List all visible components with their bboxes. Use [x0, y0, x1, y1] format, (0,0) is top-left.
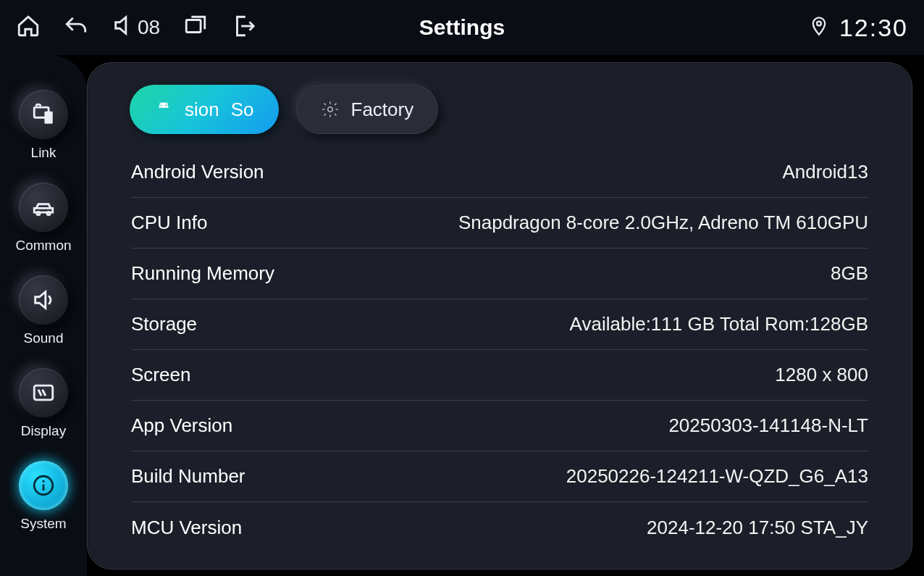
info-value: Available:111 GB Total Rom:128GB: [570, 313, 868, 335]
svg-point-11: [165, 105, 167, 107]
location-icon[interactable]: [809, 16, 829, 39]
svg-point-14: [327, 107, 332, 112]
info-row-build-number[interactable]: Build Number 20250226-124211-W-QZD_G6_A1…: [131, 451, 868, 502]
info-row-memory[interactable]: Running Memory 8GB: [131, 249, 868, 299]
tab-label: Factory: [351, 99, 414, 121]
sidebar-item-label: Sound: [24, 330, 64, 346]
volume-indicator[interactable]: 08: [112, 13, 160, 43]
sidebar-item-common[interactable]: Common: [15, 183, 71, 254]
android-icon: [154, 100, 173, 119]
info-value: Snapdragon 8-core 2.0GHz, Adreno TM 610G…: [458, 212, 868, 234]
recents-icon[interactable]: [183, 14, 208, 41]
sidebar-item-label: System: [20, 516, 66, 532]
info-value: 8GB: [831, 262, 868, 285]
info-value: 20250226-124211-W-QZD_G6_A13: [566, 465, 868, 488]
info-list[interactable]: Android Version Android13 CPU Info Snapd…: [117, 147, 883, 562]
info-row-cpu[interactable]: CPU Info Snapdragon 8-core 2.0GHz, Adren…: [131, 198, 868, 249]
svg-point-10: [161, 105, 162, 107]
back-icon[interactable]: [64, 14, 88, 41]
info-label: Storage: [131, 313, 197, 335]
info-label: Screen: [131, 364, 190, 386]
sidebar-item-system[interactable]: System: [19, 461, 68, 532]
sidebar-item-display[interactable]: Display: [19, 368, 68, 439]
sidebar: Link Common Sound Display System: [0, 55, 87, 576]
info-row-app-version[interactable]: App Version 20250303-141148-N-LT: [131, 401, 868, 451]
svg-point-1: [817, 22, 821, 26]
clock: 12:30: [839, 14, 908, 42]
info-label: MCU Version: [131, 517, 242, 539]
svg-rect-0: [186, 20, 201, 33]
info-row-storage[interactable]: Storage Available:111 GB Total Rom:128GB: [131, 299, 868, 350]
info-value: Android13: [782, 161, 868, 183]
info-label: CPU Info: [131, 212, 208, 234]
info-label: App Version: [131, 414, 232, 437]
sidebar-item-label: Common: [15, 238, 71, 254]
volume-icon: [112, 13, 136, 43]
gear-icon: [321, 100, 340, 119]
info-row-mcu-version[interactable]: MCU Version 2024-12-20 17:50 STA_JY: [131, 502, 868, 553]
tab-label-secondary: So: [231, 99, 254, 121]
page-title: Settings: [419, 15, 505, 40]
svg-line-13: [167, 102, 168, 104]
sidebar-item-label: Link: [31, 145, 56, 161]
status-bar: 08 Settings 12:30: [0, 0, 924, 55]
info-value: 2024-12-20 17:50 STA_JY: [647, 517, 868, 539]
home-icon[interactable]: [16, 14, 41, 41]
tab-version[interactable]: sion So: [130, 85, 279, 134]
info-value: 20250303-141148-N-LT: [668, 414, 868, 437]
sidebar-item-label: Display: [21, 423, 66, 439]
tab-row: sion So Factory: [117, 85, 883, 134]
svg-line-12: [160, 102, 161, 104]
info-label: Build Number: [131, 465, 245, 488]
info-value: 1280 x 800: [775, 364, 868, 386]
tab-factory[interactable]: Factory: [296, 85, 439, 134]
exit-icon[interactable]: [231, 14, 256, 41]
main-panel: sion So Factory Android Version Android1…: [87, 62, 912, 569]
info-label: Android Version: [131, 161, 264, 183]
info-row-android-version[interactable]: Android Version Android13: [131, 147, 868, 198]
svg-rect-3: [44, 112, 52, 124]
sidebar-item-sound[interactable]: Sound: [19, 275, 68, 346]
sidebar-item-link[interactable]: Link: [19, 90, 68, 161]
volume-level: 08: [138, 16, 160, 39]
tab-label: sion: [185, 99, 219, 121]
info-label: Running Memory: [131, 262, 274, 285]
info-row-screen[interactable]: Screen 1280 x 800: [131, 350, 868, 401]
